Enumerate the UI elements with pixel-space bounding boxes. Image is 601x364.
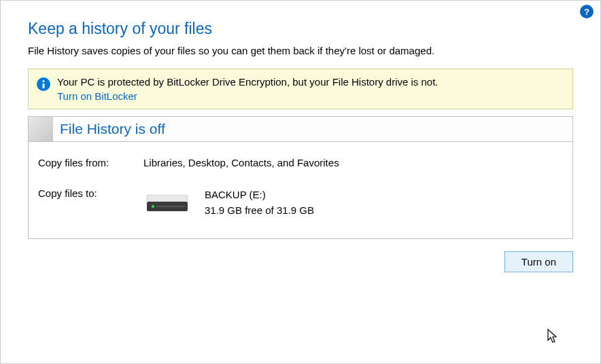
alert-text: Your PC is protected by BitLocker Drive … xyxy=(57,76,439,88)
status-header: File History is off xyxy=(29,117,572,142)
footer-actions: Turn on xyxy=(28,251,573,272)
status-title: File History is off xyxy=(53,121,165,137)
copy-from-value: Libraries, Desktop, Contacts, and Favori… xyxy=(143,157,563,168)
page-description: File History saves copies of your files … xyxy=(28,45,573,56)
copy-to-row: Copy files to: BACKUP (E:) 31.9 GB free … xyxy=(38,187,563,218)
alert-content: Your PC is protected by BitLocker Drive … xyxy=(57,76,439,102)
status-header-icon xyxy=(29,117,53,141)
content-area: Keep a history of your files File Histor… xyxy=(1,1,600,286)
cursor-icon xyxy=(546,328,560,344)
page-title: Keep a history of your files xyxy=(28,20,573,38)
svg-rect-3 xyxy=(156,206,185,207)
status-body: Copy files from: Libraries, Desktop, Con… xyxy=(29,142,572,238)
copy-to-label: Copy files to: xyxy=(38,187,143,199)
drive-info: BACKUP (E:) 31.9 GB free of 31.9 GB xyxy=(205,187,314,218)
svg-point-2 xyxy=(152,205,154,208)
copy-from-label: Copy files from: xyxy=(38,157,143,168)
copy-from-row: Copy files from: Libraries, Desktop, Con… xyxy=(38,157,563,168)
drive-name: BACKUP (E:) xyxy=(205,187,314,203)
info-icon xyxy=(37,77,50,91)
bitlocker-alert: Your PC is protected by BitLocker Drive … xyxy=(28,69,573,109)
drive-space: 31.9 GB free of 31.9 GB xyxy=(205,203,314,219)
turn-on-button[interactable]: Turn on xyxy=(504,251,573,272)
drive-icon xyxy=(143,189,191,217)
status-panel: File History is off Copy files from: Lib… xyxy=(28,116,573,239)
help-icon[interactable]: ? xyxy=(580,5,594,18)
svg-rect-0 xyxy=(147,195,188,202)
copy-to-value: BACKUP (E:) 31.9 GB free of 31.9 GB xyxy=(143,187,563,218)
turn-on-bitlocker-link[interactable]: Turn on BitLocker xyxy=(57,90,137,102)
